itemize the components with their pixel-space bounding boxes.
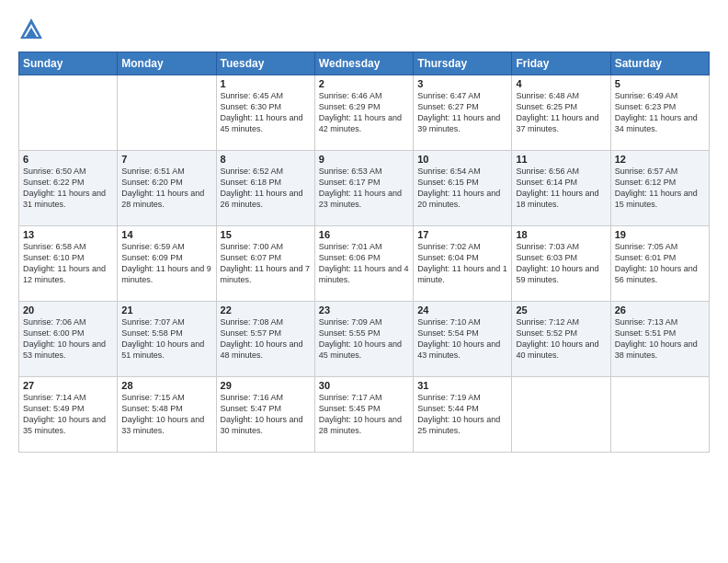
- calendar-header: SundayMondayTuesdayWednesdayThursdayFrid…: [19, 52, 710, 75]
- day-number: 25: [516, 304, 606, 316]
- week-row: 20Sunrise: 7:06 AM Sunset: 6:00 PM Dayli…: [19, 302, 710, 377]
- calendar-cell: 16Sunrise: 7:01 AM Sunset: 6:06 PM Dayli…: [314, 226, 413, 302]
- calendar-body: 1Sunrise: 6:45 AM Sunset: 6:30 PM Daylig…: [19, 75, 710, 453]
- day-number: 11: [516, 154, 606, 165]
- calendar-cell: 27Sunrise: 7:14 AM Sunset: 5:49 PM Dayli…: [19, 377, 118, 453]
- day-info: Sunrise: 7:07 AM Sunset: 5:58 PM Dayligh…: [121, 316, 211, 362]
- day-number: 18: [516, 229, 606, 240]
- calendar-cell: 26Sunrise: 7:13 AM Sunset: 5:51 PM Dayli…: [610, 302, 709, 377]
- page: SundayMondayTuesdayWednesdayThursdayFrid…: [0, 0, 728, 462]
- header-row: SundayMondayTuesdayWednesdayThursdayFrid…: [19, 52, 710, 75]
- header-cell-friday: Friday: [512, 52, 610, 75]
- header-cell-tuesday: Tuesday: [216, 52, 314, 75]
- day-number: 5: [615, 78, 705, 89]
- day-info: Sunrise: 7:02 AM Sunset: 6:04 PM Dayligh…: [417, 241, 507, 286]
- week-row: 6Sunrise: 6:50 AM Sunset: 6:22 PM Daylig…: [19, 151, 710, 226]
- calendar-cell: 23Sunrise: 7:09 AM Sunset: 5:55 PM Dayli…: [314, 302, 413, 377]
- day-number: 21: [121, 304, 211, 316]
- day-number: 28: [121, 380, 211, 391]
- calendar-cell: 14Sunrise: 6:59 AM Sunset: 6:09 PM Dayli…: [118, 226, 216, 302]
- day-info: Sunrise: 7:03 AM Sunset: 6:03 PM Dayligh…: [516, 241, 606, 286]
- day-info: Sunrise: 6:46 AM Sunset: 6:29 PM Dayligh…: [319, 90, 409, 135]
- calendar-cell: 4Sunrise: 6:48 AM Sunset: 6:25 PM Daylig…: [512, 75, 610, 151]
- day-number: 1: [221, 78, 311, 89]
- day-info: Sunrise: 7:19 AM Sunset: 5:44 PM Dayligh…: [417, 392, 507, 437]
- day-number: 30: [319, 380, 409, 391]
- calendar-cell: 7Sunrise: 6:51 AM Sunset: 6:20 PM Daylig…: [118, 151, 216, 226]
- day-number: 16: [319, 229, 409, 240]
- day-info: Sunrise: 7:00 AM Sunset: 6:07 PM Dayligh…: [221, 241, 311, 286]
- calendar-cell: 5Sunrise: 6:49 AM Sunset: 6:23 PM Daylig…: [610, 75, 709, 151]
- calendar-cell: 30Sunrise: 7:17 AM Sunset: 5:45 PM Dayli…: [314, 377, 413, 453]
- day-number: 14: [121, 229, 211, 240]
- day-info: Sunrise: 6:52 AM Sunset: 6:18 PM Dayligh…: [221, 166, 311, 211]
- header: [18, 17, 710, 42]
- calendar-cell: 15Sunrise: 7:00 AM Sunset: 6:07 PM Dayli…: [216, 226, 314, 302]
- day-number: 24: [417, 304, 507, 316]
- calendar-cell: 12Sunrise: 6:57 AM Sunset: 6:12 PM Dayli…: [610, 151, 709, 226]
- day-number: 9: [319, 154, 409, 165]
- calendar-cell: 31Sunrise: 7:19 AM Sunset: 5:44 PM Dayli…: [414, 377, 512, 453]
- day-info: Sunrise: 6:49 AM Sunset: 6:23 PM Dayligh…: [615, 90, 705, 135]
- day-info: Sunrise: 7:13 AM Sunset: 5:51 PM Dayligh…: [615, 316, 705, 362]
- calendar-cell: 3Sunrise: 6:47 AM Sunset: 6:27 PM Daylig…: [414, 75, 512, 151]
- day-info: Sunrise: 6:51 AM Sunset: 6:20 PM Dayligh…: [121, 166, 211, 211]
- day-info: Sunrise: 7:05 AM Sunset: 6:01 PM Dayligh…: [615, 241, 705, 286]
- day-info: Sunrise: 7:01 AM Sunset: 6:06 PM Dayligh…: [319, 241, 409, 286]
- day-number: 13: [23, 229, 113, 240]
- day-number: 31: [417, 380, 507, 391]
- day-info: Sunrise: 7:17 AM Sunset: 5:45 PM Dayligh…: [319, 392, 409, 437]
- calendar-cell: 17Sunrise: 7:02 AM Sunset: 6:04 PM Dayli…: [414, 226, 512, 302]
- header-cell-sunday: Sunday: [19, 52, 118, 75]
- day-number: 4: [516, 78, 606, 89]
- day-number: 27: [23, 380, 113, 391]
- day-number: 12: [615, 154, 705, 165]
- day-info: Sunrise: 7:09 AM Sunset: 5:55 PM Dayligh…: [319, 316, 409, 362]
- day-number: 22: [221, 304, 311, 316]
- calendar-cell: 29Sunrise: 7:16 AM Sunset: 5:47 PM Dayli…: [216, 377, 314, 453]
- day-number: 8: [221, 154, 311, 165]
- header-cell-saturday: Saturday: [610, 52, 709, 75]
- day-info: Sunrise: 6:45 AM Sunset: 6:30 PM Dayligh…: [221, 90, 311, 135]
- day-number: 17: [417, 229, 507, 240]
- calendar-cell: 11Sunrise: 6:56 AM Sunset: 6:14 PM Dayli…: [512, 151, 610, 226]
- calendar-cell: 25Sunrise: 7:12 AM Sunset: 5:52 PM Dayli…: [512, 302, 610, 377]
- calendar-cell: 13Sunrise: 6:58 AM Sunset: 6:10 PM Dayli…: [19, 226, 118, 302]
- day-info: Sunrise: 6:59 AM Sunset: 6:09 PM Dayligh…: [121, 241, 211, 286]
- day-number: 2: [319, 78, 409, 89]
- calendar-cell: 21Sunrise: 7:07 AM Sunset: 5:58 PM Dayli…: [118, 302, 216, 377]
- day-info: Sunrise: 7:06 AM Sunset: 6:00 PM Dayligh…: [23, 316, 113, 362]
- week-row: 13Sunrise: 6:58 AM Sunset: 6:10 PM Dayli…: [19, 226, 710, 302]
- day-number: 10: [417, 154, 507, 165]
- day-info: Sunrise: 7:16 AM Sunset: 5:47 PM Dayligh…: [221, 392, 311, 437]
- day-info: Sunrise: 7:15 AM Sunset: 5:48 PM Dayligh…: [121, 392, 211, 437]
- day-number: 23: [319, 304, 409, 316]
- week-row: 1Sunrise: 6:45 AM Sunset: 6:30 PM Daylig…: [19, 75, 710, 151]
- calendar-cell: 8Sunrise: 6:52 AM Sunset: 6:18 PM Daylig…: [216, 151, 314, 226]
- calendar-cell: [610, 377, 709, 453]
- day-number: 19: [615, 229, 705, 240]
- calendar-cell: 20Sunrise: 7:06 AM Sunset: 6:00 PM Dayli…: [19, 302, 118, 377]
- calendar-cell: 1Sunrise: 6:45 AM Sunset: 6:30 PM Daylig…: [216, 75, 314, 151]
- day-info: Sunrise: 6:48 AM Sunset: 6:25 PM Dayligh…: [516, 90, 606, 135]
- calendar-cell: 9Sunrise: 6:53 AM Sunset: 6:17 PM Daylig…: [314, 151, 413, 226]
- calendar-cell: 18Sunrise: 7:03 AM Sunset: 6:03 PM Dayli…: [512, 226, 610, 302]
- day-info: Sunrise: 7:12 AM Sunset: 5:52 PM Dayligh…: [516, 316, 606, 362]
- day-number: 7: [121, 154, 211, 165]
- header-cell-thursday: Thursday: [414, 52, 512, 75]
- day-number: 6: [23, 154, 113, 165]
- day-number: 15: [221, 229, 311, 240]
- day-number: 29: [221, 380, 311, 391]
- day-info: Sunrise: 6:58 AM Sunset: 6:10 PM Dayligh…: [23, 241, 113, 286]
- calendar-cell: [512, 377, 610, 453]
- calendar-cell: 19Sunrise: 7:05 AM Sunset: 6:01 PM Dayli…: [610, 226, 709, 302]
- day-number: 20: [23, 304, 113, 316]
- logo: [18, 17, 48, 42]
- day-info: Sunrise: 6:54 AM Sunset: 6:15 PM Dayligh…: [417, 166, 507, 211]
- calendar-cell: 2Sunrise: 6:46 AM Sunset: 6:29 PM Daylig…: [314, 75, 413, 151]
- logo-icon: [18, 17, 44, 42]
- calendar-cell: [118, 75, 216, 151]
- calendar-cell: [19, 75, 118, 151]
- calendar-cell: 24Sunrise: 7:10 AM Sunset: 5:54 PM Dayli…: [414, 302, 512, 377]
- calendar-cell: 22Sunrise: 7:08 AM Sunset: 5:57 PM Dayli…: [216, 302, 314, 377]
